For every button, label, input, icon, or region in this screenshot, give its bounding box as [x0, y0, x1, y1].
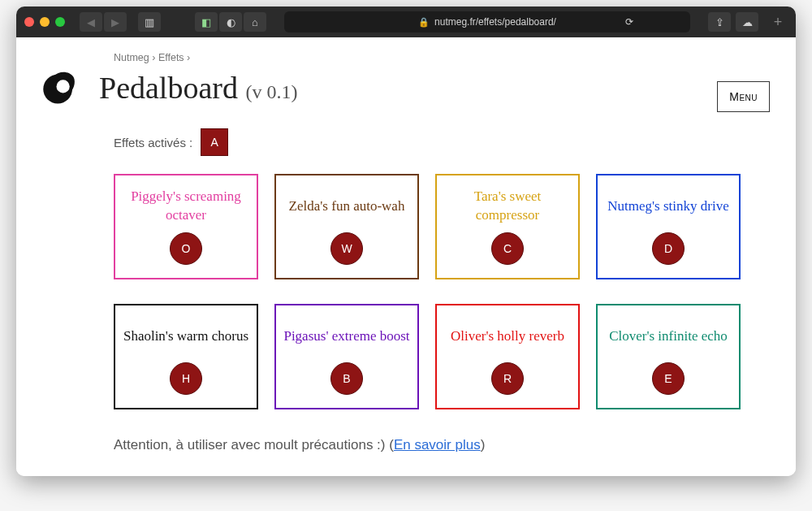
- cloud-icon[interactable]: ☁: [736, 12, 758, 32]
- url-text: nutmeg.fr/effets/pedalboard/: [434, 16, 556, 28]
- sidebar-toggle-icon[interactable]: ▥: [138, 12, 161, 32]
- share-icon[interactable]: ⇪: [708, 12, 731, 32]
- active-effects-label: Effets activés :: [114, 136, 192, 149]
- pedal-name: Nutmeg's stinky drive: [607, 187, 728, 226]
- page-header: Pedalboard (v 0.1): [39, 65, 773, 110]
- pedal-card[interactable]: Shaolin's warm chorusH: [114, 304, 258, 409]
- pedal-key-knob[interactable]: W: [330, 232, 363, 265]
- pedal-key-knob[interactable]: O: [170, 232, 202, 265]
- pedal-name: Tara's sweet compressor: [443, 187, 572, 226]
- maximize-icon[interactable]: [55, 17, 65, 27]
- breadcrumb: Nutmeg › Effets ›: [114, 52, 773, 63]
- pedal-key-knob[interactable]: D: [652, 232, 685, 265]
- menu-button[interactable]: Menu: [717, 81, 770, 112]
- nav-back-forward: ◀ ▶: [80, 12, 127, 32]
- reload-icon[interactable]: ⟳: [625, 16, 633, 28]
- breadcrumb-item[interactable]: Nutmeg: [114, 52, 149, 63]
- lock-icon: 🔒: [418, 17, 430, 28]
- back-button[interactable]: ◀: [80, 12, 102, 32]
- pedal-card[interactable]: Zelda's fun auto-wahW: [274, 174, 419, 279]
- pedal-name: Piggely's screaming octaver: [122, 187, 250, 226]
- warning-text: Attention, à utiliser avec moult précaut…: [114, 437, 773, 453]
- pedal-card[interactable]: Clover's infinite echoE: [596, 304, 741, 409]
- home-icon[interactable]: ⌂: [244, 12, 266, 32]
- browser-titlebar: ◀ ▶ ▥ ◧ ◐ ⌂ 🔒 nutmeg.fr/effets/pedalboar…: [16, 6, 796, 37]
- pedal-name: Shaolin's warm chorus: [123, 317, 248, 356]
- pedal-card[interactable]: Nutmeg's stinky driveD: [596, 174, 741, 279]
- forward-button[interactable]: ▶: [104, 12, 127, 32]
- active-effects-row: Effets activés : A: [114, 128, 773, 156]
- pedal-key-knob[interactable]: H: [170, 362, 202, 395]
- pedal-name: Pigasus' extreme boost: [283, 317, 409, 356]
- pedal-key-knob[interactable]: C: [491, 232, 524, 265]
- toolbar-group-right: ⇪ ☁: [708, 12, 758, 32]
- window-controls: [24, 17, 65, 27]
- extension-icon[interactable]: ◧: [195, 12, 218, 32]
- active-effect-chip[interactable]: A: [201, 128, 228, 156]
- pedal-name: Clover's infinite echo: [609, 317, 728, 356]
- learn-more-link[interactable]: En savoir plus: [394, 437, 481, 453]
- pedal-card[interactable]: Piggely's screaming octaverO: [114, 174, 258, 279]
- browser-window: ◀ ▶ ▥ ◧ ◐ ⌂ 🔒 nutmeg.fr/effets/pedalboar…: [16, 6, 796, 476]
- close-icon[interactable]: [24, 17, 34, 27]
- new-tab-button[interactable]: +: [768, 14, 788, 31]
- minimize-icon[interactable]: [40, 17, 50, 27]
- pedal-key-knob[interactable]: E: [652, 362, 685, 395]
- shield-icon[interactable]: ◐: [219, 12, 242, 32]
- pedal-key-knob[interactable]: R: [491, 362, 524, 395]
- logo-icon: [39, 65, 84, 110]
- pedal-name: Oliver's holly reverb: [451, 317, 564, 356]
- url-bar[interactable]: 🔒 nutmeg.fr/effets/pedalboard/ ⟳: [284, 11, 690, 32]
- page-title: Pedalboard (v 0.1): [99, 70, 297, 106]
- pedal-card[interactable]: Oliver's holly reverbR: [435, 304, 580, 409]
- toolbar-group-center: ◧ ◐ ⌂: [195, 12, 266, 32]
- pedal-card[interactable]: Pigasus' extreme boostB: [274, 304, 419, 409]
- pedal-card[interactable]: Tara's sweet compressorC: [435, 174, 580, 279]
- pedal-grid: Piggely's screaming octaverOZelda's fun …: [114, 174, 773, 409]
- pedal-name: Zelda's fun auto-wah: [289, 187, 405, 226]
- breadcrumb-item[interactable]: Effets: [158, 52, 184, 63]
- pedal-key-knob[interactable]: B: [330, 362, 363, 395]
- page-content: Nutmeg › Effets › Pedalboard (v 0.1) Men…: [16, 37, 796, 476]
